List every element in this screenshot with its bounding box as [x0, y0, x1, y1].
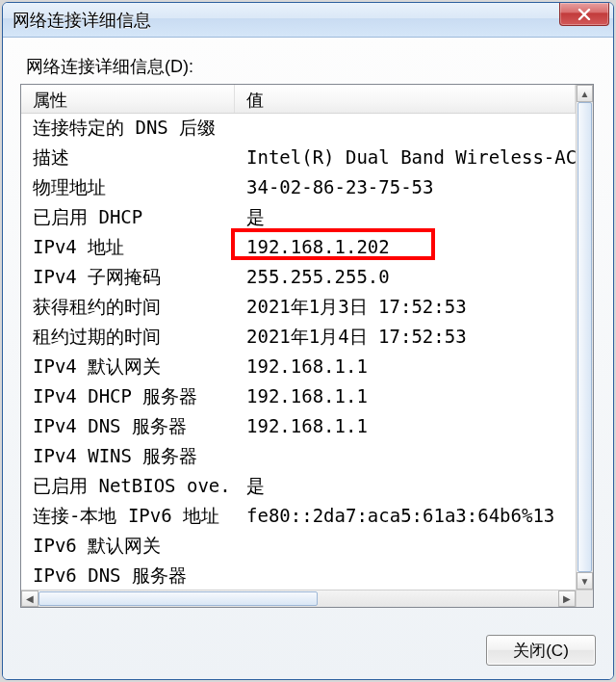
dialog-window: 网络连接详细信息 网络连接详细信息(D): 属性 值 连接特定的 DNS 后缀描…: [2, 2, 614, 680]
list-viewport: 属性 值 连接特定的 DNS 后缀描述Intel(R) Dual Band Wi…: [21, 85, 576, 590]
list-row[interactable]: IPv6 DNS 服务器: [21, 562, 576, 590]
list-row[interactable]: 描述Intel(R) Dual Band Wireless-AC: [21, 144, 576, 173]
window-title: 网络连接详细信息: [3, 9, 151, 32]
property-cell: IPv4 默认网关: [21, 354, 235, 380]
value-cell: Intel(R) Dual Band Wireless-AC: [235, 146, 576, 168]
value-cell: 192.168.1.1: [235, 355, 576, 377]
column-header-value[interactable]: 值: [235, 85, 576, 113]
details-list: 属性 值 连接特定的 DNS 后缀描述Intel(R) Dual Band Wi…: [20, 84, 594, 608]
value-cell: 192.168.1.202: [235, 236, 576, 257]
property-cell: IPv4 DNS 服务器: [21, 414, 235, 439]
value-cell: 192.168.1.1: [235, 415, 576, 436]
scroll-up-button[interactable]: ▲: [577, 85, 593, 102]
scroll-down-button[interactable]: ▼: [577, 572, 593, 590]
vertical-scroll-thumb[interactable]: [578, 102, 592, 572]
list-row[interactable]: IPv4 DNS 服务器192.168.1.1: [21, 412, 576, 442]
property-cell: 租约过期的时间: [21, 325, 235, 350]
property-cell: IPv4 DHCP 服务器: [21, 384, 235, 409]
list-row[interactable]: IPv6 默认网关: [21, 532, 576, 562]
property-cell: IPv4 子网掩码: [21, 265, 235, 290]
list-row[interactable]: 连接-本地 IPv6 地址fe80::2da7:aca5:61a3:64b6%1…: [21, 502, 576, 532]
dialog-footer: 关闭(C): [486, 635, 596, 666]
details-label: 网络连接详细信息(D):: [26, 55, 592, 78]
title-bar[interactable]: 网络连接详细信息: [3, 3, 613, 38]
horizontal-scrollbar[interactable]: ◀ ▶: [21, 590, 576, 607]
list-row[interactable]: 连接特定的 DNS 后缀: [21, 114, 576, 144]
property-cell: IPv6 默认网关: [21, 534, 235, 559]
property-cell: 连接-本地 IPv6 地址: [21, 504, 235, 529]
column-header-property[interactable]: 属性: [21, 85, 235, 113]
scroll-left-button[interactable]: ◀: [21, 590, 38, 607]
vertical-scrollbar[interactable]: ▲ ▼: [576, 85, 593, 590]
value-cell: 是: [235, 474, 576, 499]
value-cell: 2021年1月3日 17:52:53: [235, 295, 576, 320]
client-area: 网络连接详细信息(D): 属性 值 连接特定的 DNS 后缀描述Intel(R)…: [3, 38, 613, 679]
list-row[interactable]: IPv4 地址192.168.1.202: [21, 233, 576, 263]
property-cell: 描述: [21, 145, 235, 170]
value-cell: 2021年1月4日 17:52:53: [235, 325, 576, 350]
window-close-button[interactable]: [559, 3, 609, 26]
property-cell: 连接特定的 DNS 后缀: [21, 116, 235, 141]
scroll-right-button[interactable]: ▶: [558, 590, 576, 607]
value-cell: 34-02-86-23-75-53: [235, 176, 576, 197]
list-row[interactable]: IPv4 DHCP 服务器192.168.1.1: [21, 382, 576, 412]
list-row[interactable]: IPv4 子网掩码255.255.255.0: [21, 263, 576, 293]
list-row[interactable]: 物理地址34-02-86-23-75-53: [21, 173, 576, 203]
property-cell: IPv6 DNS 服务器: [21, 564, 235, 589]
property-cell: 已启用 DHCP: [21, 205, 235, 230]
value-cell: 255.255.255.0: [235, 266, 576, 287]
property-cell: IPv4 WINS 服务器: [21, 444, 235, 469]
list-row[interactable]: 已启用 NetBIOS ove...是: [21, 472, 576, 502]
close-button[interactable]: 关闭(C): [486, 635, 596, 666]
property-cell: 已启用 NetBIOS ove...: [21, 474, 235, 499]
rows-container: 连接特定的 DNS 后缀描述Intel(R) Dual Band Wireles…: [21, 114, 576, 590]
list-row[interactable]: IPv4 默认网关192.168.1.1: [21, 353, 576, 382]
value-cell: 是: [235, 205, 576, 230]
close-icon: [578, 9, 591, 20]
horizontal-scroll-thumb[interactable]: [38, 591, 318, 606]
column-header-row: 属性 值: [21, 85, 576, 114]
list-row[interactable]: 已启用 DHCP是: [21, 203, 576, 233]
list-row[interactable]: 获得租约的时间2021年1月3日 17:52:53: [21, 293, 576, 323]
value-cell: 192.168.1.1: [235, 385, 576, 407]
scrollbar-corner: [576, 590, 593, 607]
property-cell: IPv4 地址: [21, 235, 235, 260]
property-cell: 获得租约的时间: [21, 295, 235, 320]
property-cell: 物理地址: [21, 175, 235, 200]
list-row[interactable]: IPv4 WINS 服务器: [21, 442, 576, 472]
list-row[interactable]: 租约过期的时间2021年1月4日 17:52:53: [21, 323, 576, 353]
value-cell: fe80::2da7:aca5:61a3:64b6%13: [235, 505, 576, 526]
